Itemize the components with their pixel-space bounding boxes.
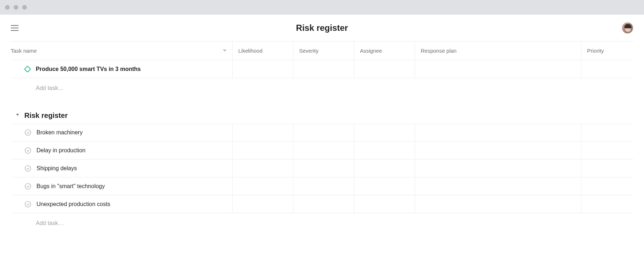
column-label: Severity [299,48,318,54]
cell-response-plan[interactable] [415,60,581,78]
cell-assignee[interactable] [354,159,415,177]
cell-severity[interactable] [293,159,354,177]
table-row-milestone[interactable]: Produce 50,000 smart TVs in 3 months [11,60,633,78]
cell-likelihood[interactable] [233,142,293,159]
task-name: Shipping delays [36,165,77,172]
cell-assignee[interactable] [354,195,415,213]
header: Risk register [0,15,644,41]
column-header-severity[interactable]: Severity [293,42,354,60]
svg-point-1 [25,130,31,135]
check-circle-icon[interactable] [24,201,31,208]
cell-severity[interactable] [293,60,354,78]
section-title: Risk register [24,111,68,120]
cell-priority[interactable] [581,60,633,78]
cell-assignee[interactable] [354,60,415,78]
add-task-row[interactable]: Add task… [11,213,633,233]
add-task-row[interactable]: Add task… [11,78,633,98]
window-zoom-button[interactable] [22,5,27,10]
check-circle-icon[interactable] [24,183,31,190]
milestone-icon [24,66,31,72]
window-minimize-button[interactable] [14,5,18,10]
section-header[interactable]: Risk register [11,107,633,124]
cell-severity[interactable] [293,142,354,159]
column-header-likelihood[interactable]: Likelihood [233,42,293,60]
task-name: Unexpected production costs [36,201,110,207]
task-name: Bugs in "smart" technology [36,183,105,190]
menu-toggle-button[interactable] [11,24,19,32]
window-titlebar [0,0,644,15]
svg-point-3 [25,166,31,171]
svg-point-5 [25,201,31,207]
cell-priority[interactable] [581,142,633,159]
column-header-priority[interactable]: Priority [581,42,633,60]
table-row[interactable]: Bugs in "smart" technology [11,177,633,195]
cell-severity[interactable] [293,195,354,213]
user-avatar[interactable] [622,22,633,34]
check-circle-icon[interactable] [24,147,31,154]
task-name: Produce 50,000 smart TVs in 3 months [36,66,141,72]
cell-priority[interactable] [581,124,633,141]
table-row[interactable]: Delay in production [11,142,633,159]
add-task-label: Add task… [11,78,233,98]
cell-response-plan[interactable] [415,159,581,177]
cell-likelihood[interactable] [233,159,293,177]
cell-likelihood[interactable] [233,195,293,213]
chevron-down-icon[interactable] [222,48,227,54]
cell-assignee[interactable] [354,124,415,141]
column-header-row: Task name Likelihood Severity Assignee R… [11,41,633,60]
svg-point-4 [25,183,31,189]
check-circle-icon[interactable] [24,165,31,172]
cell-response-plan[interactable] [415,177,581,195]
column-header-assignee[interactable]: Assignee [354,42,415,60]
cell-likelihood[interactable] [233,60,293,78]
cell-likelihood[interactable] [233,124,293,141]
column-label: Assignee [360,48,382,54]
task-table: Task name Likelihood Severity Assignee R… [0,41,644,233]
check-circle-icon[interactable] [24,129,31,136]
task-name: Broken machinery [36,129,83,136]
cell-response-plan[interactable] [415,142,581,159]
cell-priority[interactable] [581,177,633,195]
cell-priority[interactable] [581,159,633,177]
caret-down-icon[interactable] [15,112,20,119]
page-title: Risk register [296,23,348,33]
task-name: Delay in production [36,147,86,154]
add-task-label: Add task… [11,213,233,233]
cell-assignee[interactable] [354,142,415,159]
column-label: Likelihood [238,48,263,54]
cell-assignee[interactable] [354,177,415,195]
window-close-button[interactable] [5,5,10,10]
svg-point-2 [25,148,31,153]
cell-response-plan[interactable] [415,124,581,141]
table-row[interactable]: Shipping delays [11,159,633,177]
cell-severity[interactable] [293,177,354,195]
column-header-task-name[interactable]: Task name [11,42,233,60]
column-header-response-plan[interactable]: Response plan [415,42,581,60]
cell-severity[interactable] [293,124,354,141]
table-row[interactable]: Unexpected production costs [11,195,633,213]
svg-marker-0 [16,114,19,116]
table-row[interactable]: Broken machinery [11,124,633,142]
column-label: Response plan [421,48,457,54]
cell-response-plan[interactable] [415,195,581,213]
cell-priority[interactable] [581,195,633,213]
cell-likelihood[interactable] [233,177,293,195]
column-label: Task name [11,48,37,54]
column-label: Priority [587,48,604,54]
